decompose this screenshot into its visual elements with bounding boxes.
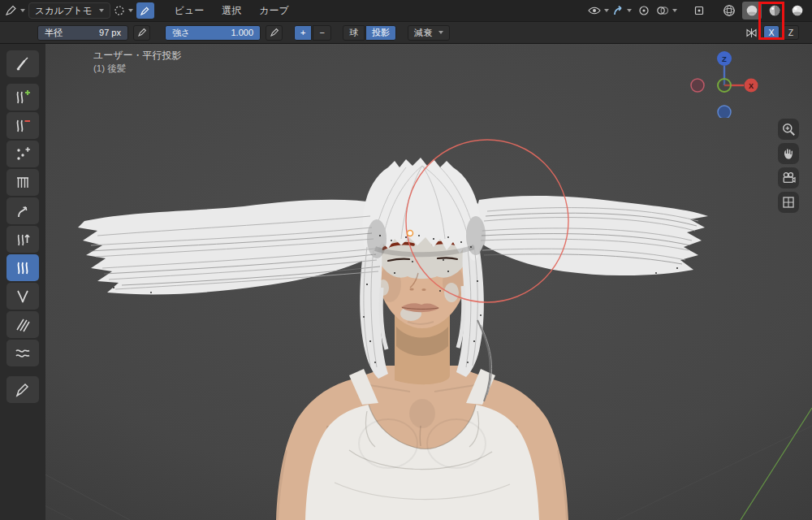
tool-density[interactable] [6,141,39,167]
pen-pressure-icon [137,28,147,37]
pen-pressure-icon [270,28,279,37]
mirror-button[interactable] [742,24,760,41]
sphere-mode-button[interactable]: 球 [343,25,365,41]
selection-paint-icon [14,55,32,73]
pan-button[interactable] [778,143,799,164]
hand-icon [781,146,796,161]
proportional-icon [638,5,650,16]
chevron-down-icon [672,9,677,12]
snake-hook-icon [14,202,32,220]
navigation-gizmo[interactable]: Z X [690,50,758,118]
snapping-dropdown[interactable] [612,2,632,19]
chevron-down-icon [99,9,104,12]
wireframe-sphere-icon [722,3,736,18]
strength-pressure-button[interactable] [266,25,283,41]
chevron-down-icon [604,9,609,12]
brush-falloff-button[interactable] [114,2,133,19]
tool-pinch[interactable] [6,283,39,310]
rendered-sphere-icon [790,3,805,18]
menu-view[interactable]: ビュー [167,2,212,20]
toolbar [0,44,45,520]
strength-value: 1.000 [231,28,253,37]
editor-type-button[interactable] [5,2,25,19]
tool-settings-bar: 半径 97 px 強さ 1.000 + − 球 投影 減 [0,21,812,44]
radius-value: 97 px [99,28,121,37]
proportional-editing-button[interactable] [635,2,653,19]
view-mode-label: ユーザー・平行投影 [93,49,182,63]
direction-subtract-button[interactable]: − [313,25,330,41]
radius-slider[interactable]: 半径 97 px [37,25,128,41]
radius-pressure-button[interactable] [133,25,150,41]
solid-sphere-icon [745,3,759,18]
gizmo-minus-z-axis [718,106,731,118]
tool-smooth[interactable] [6,340,39,366]
editor-type-icon [5,5,17,16]
zoom-button[interactable] [778,119,799,140]
header-bar: スカルプトモ ビュー 選択 カーブ [0,0,812,21]
camera-icon [781,171,797,185]
strength-label: 強さ [172,27,190,39]
annotation-highlight-box [758,2,784,40]
strength-slider[interactable]: 強さ 1.000 [165,25,261,41]
radius-label: 半径 [45,27,63,39]
active-object-label: (1) 後髪 [93,63,126,75]
add-strands-icon [14,89,32,106]
mode-label: スカルプトモ [35,5,93,17]
overlays-icon [656,5,669,16]
brush-falloff-icon [114,5,125,16]
visibility-dropdown[interactable] [588,2,609,19]
direction-add-button[interactable]: + [294,25,312,41]
smooth-icon [14,344,32,362]
menu-select[interactable]: 選択 [214,2,248,20]
falloff-label: 減衰 [414,27,432,39]
draw-pen-icon [14,381,32,399]
annotate-pen-icon [140,6,150,16]
camera-view-button[interactable] [778,167,799,188]
tool-comb[interactable] [6,169,39,196]
tool-draw[interactable] [6,376,39,403]
mode-dropdown[interactable]: スカルプトモ [28,2,110,19]
gizmos-icon [693,5,705,16]
mirror-z-button[interactable]: Z [783,25,799,40]
gizmo-z-label: Z [722,54,727,63]
grid-toggle-button[interactable] [778,192,799,213]
tool-grow-shrink[interactable] [6,226,39,253]
comb-icon [14,174,32,192]
viewport[interactable]: ユーザー・平行投影 (1) 後髪 Z X [0,44,812,520]
tool-add[interactable] [6,84,39,110]
zoom-icon [781,122,797,137]
gizmo-minus-x-axis [691,79,704,92]
chevron-down-icon [20,9,25,12]
comb-active-icon [14,259,32,277]
grow-shrink-icon [14,231,32,249]
falloff-dropdown[interactable]: 減衰 [408,25,450,41]
tool-snake-hook[interactable] [6,197,39,224]
grid-icon [781,195,796,210]
shading-rendered-button[interactable] [788,2,807,20]
gizmo-x-label: X [749,82,754,90]
delete-strands-icon [14,117,32,135]
slide-icon [14,316,32,334]
snapping-icon [612,5,624,16]
gizmo-y-axis [718,79,731,92]
tool-slide[interactable] [6,311,39,338]
tool-selection-paint[interactable] [6,50,39,77]
gizmos-toggle-button[interactable] [690,2,708,19]
shading-wireframe-button[interactable] [719,2,739,20]
tool-delete[interactable] [6,112,39,139]
chevron-down-icon [128,9,133,12]
density-icon [14,145,32,163]
overlays-dropdown[interactable] [656,2,677,19]
pinch-icon [14,288,32,306]
blender-window: スカルプトモ ビュー 選択 カーブ [0,0,812,520]
chevron-down-icon [438,31,443,34]
tool-comb-active[interactable] [6,254,39,281]
mirror-icon [745,28,758,38]
chevron-down-icon [627,9,632,12]
annotate-pen-button[interactable] [136,2,154,19]
eye-icon [588,6,601,15]
menu-curve[interactable]: カーブ [252,2,296,20]
projection-mode-button[interactable]: 投影 [365,25,396,41]
